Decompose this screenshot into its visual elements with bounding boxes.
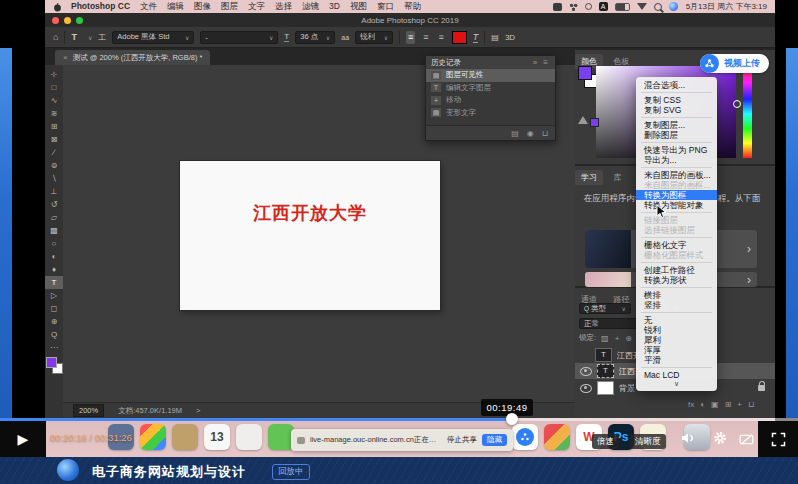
mac-menu-10[interactable]: 窗口: [377, 1, 394, 13]
layers-action-icon[interactable]: ▣: [711, 400, 719, 409]
zoom-level-field[interactable]: 200%: [73, 404, 104, 417]
mac-menu-2[interactable]: 编辑: [167, 1, 184, 13]
dock-app-plain[interactable]: [236, 424, 262, 450]
wifi-icon[interactable]: [637, 3, 647, 10]
dock-launchpad[interactable]: [140, 424, 166, 450]
font-family-select[interactable]: Adobe 黑体 Std∨: [112, 31, 194, 44]
layers-action-icon[interactable]: fx: [688, 400, 694, 409]
align-center-icon[interactable]: ≡: [421, 31, 430, 44]
mac-menu-9[interactable]: 视图: [350, 1, 367, 13]
blur-tool[interactable]: ○: [45, 237, 63, 250]
tab-close-icon[interactable]: ×: [63, 53, 68, 62]
context-menu-item[interactable]: 转换为图框: [636, 190, 717, 200]
zoom-window-button[interactable]: [76, 17, 83, 24]
brush-tool[interactable]: ∖: [45, 172, 63, 185]
tab-learn[interactable]: 学习: [575, 170, 603, 185]
align-right-icon[interactable]: ≡: [437, 31, 446, 44]
upload-overlay-button[interactable]: 视频上传: [700, 54, 769, 73]
dock-calendar[interactable]: 13: [204, 424, 230, 450]
lasso-tool[interactable]: ∿: [45, 94, 63, 107]
input-source-icon[interactable]: A: [599, 2, 608, 11]
layers-action-icon[interactable]: +: [737, 400, 742, 409]
context-menu-item[interactable]: 犀利: [636, 335, 717, 345]
dock-app-colorful[interactable]: [544, 424, 570, 450]
hue-slider[interactable]: [743, 66, 752, 158]
history-panel-footer[interactable]: ▤◉⊔: [426, 125, 555, 140]
foreground-color-swatch[interactable]: [578, 66, 592, 80]
gradient-tool[interactable]: ▩: [45, 224, 63, 237]
layer-filter-select[interactable]: Q 类型 ∨: [579, 303, 631, 314]
canvas-document[interactable]: 江西开放大学: [180, 161, 440, 310]
fullscreen-button[interactable]: [758, 421, 798, 457]
history-step[interactable]: ▤图层可见性: [426, 69, 555, 82]
visibility-eye-icon[interactable]: [580, 367, 592, 376]
font-style-select[interactable]: -∨: [200, 31, 278, 44]
window-icon[interactable]: [553, 3, 562, 11]
mac-menu-0[interactable]: Photoshop CC: [71, 1, 130, 13]
danmaku-toggle-icon[interactable]: [739, 432, 754, 450]
context-menu-item[interactable]: 快速导出为 PNG: [636, 145, 717, 155]
dodge-tool[interactable]: ◐: [45, 250, 63, 263]
pen-tool[interactable]: ♦: [45, 263, 63, 276]
crop-tool[interactable]: ⊞: [45, 120, 63, 133]
battery-icon[interactable]: [615, 3, 630, 11]
hand-tool[interactable]: ⊕: [45, 315, 63, 328]
lock-option-icons[interactable]: ▨+⊕: [601, 334, 632, 343]
mac-menu-11[interactable]: 帮助: [404, 1, 421, 13]
warp-text-icon[interactable]: T: [473, 32, 479, 43]
share-icon[interactable]: [569, 3, 578, 11]
dock-app-folder[interactable]: [172, 424, 198, 450]
mac-menu-6[interactable]: 选择: [275, 1, 292, 13]
visibility-off-slot[interactable]: [580, 352, 590, 359]
gamut-color-chip[interactable]: [590, 118, 599, 127]
volume-icon[interactable]: [680, 430, 696, 450]
toolbox-color-swatches[interactable]: [46, 357, 62, 373]
context-menu-item[interactable]: 转换为智能对象: [636, 200, 717, 210]
hide-button[interactable]: 隐藏: [482, 434, 507, 446]
foreground-color[interactable]: [46, 357, 57, 368]
layers-action-icon[interactable]: ⊔: [748, 400, 754, 409]
align-left-icon[interactable]: ≡: [406, 31, 415, 44]
context-menu-item[interactable]: 复制 SVG: [636, 105, 717, 115]
context-menu-item[interactable]: 浑厚: [636, 345, 717, 355]
mac-menu-8[interactable]: 3D: [329, 1, 340, 13]
context-menu-item[interactable]: 复制图层...: [636, 120, 717, 130]
snapshot-camera-icon[interactable]: ◉: [527, 129, 534, 138]
document-tab[interactable]: × 测试 @ 200% (江西开放大学, RGB/8) *: [55, 50, 210, 65]
context-menu-item[interactable]: 竖排: [636, 300, 717, 310]
history-step[interactable]: T编辑文字图层: [426, 82, 555, 95]
layers-action-icon[interactable]: ◐: [700, 400, 705, 409]
mac-menu-7[interactable]: 滤镜: [302, 1, 319, 13]
toggle-panels-icon[interactable]: ▤: [491, 33, 499, 42]
mac-menu-5[interactable]: 文字: [248, 1, 265, 13]
context-menu-item[interactable]: 无: [636, 315, 717, 325]
quality-button[interactable]: 清晰度: [630, 434, 666, 449]
zoom-tool[interactable]: Q: [45, 328, 63, 341]
context-menu-item[interactable]: Mac LCD: [636, 370, 717, 380]
3d-mode-button[interactable]: 3D: [505, 33, 515, 42]
context-menu-item[interactable]: 锐利: [636, 325, 717, 335]
stamp-tool[interactable]: ⊥: [45, 185, 63, 198]
layers-action-icon[interactable]: ⊞: [725, 400, 732, 409]
minimize-window-button[interactable]: [64, 17, 71, 24]
context-menu-item[interactable]: 平滑: [636, 355, 717, 365]
apple-menu-icon[interactable]: [53, 2, 62, 11]
context-menu-item[interactable]: 创建工作路径: [636, 265, 717, 275]
panel-collapse-icon[interactable]: » ≡: [533, 58, 550, 67]
mac-menu-3[interactable]: 图像: [194, 1, 211, 13]
context-menu-item[interactable]: 来自图层的画板...: [636, 170, 717, 180]
siri-icon[interactable]: [669, 2, 678, 11]
status-chevron-icon[interactable]: >: [196, 406, 200, 415]
new-doc-from-state-icon[interactable]: ▤: [511, 129, 519, 138]
gamut-warning-icon[interactable]: [578, 116, 588, 124]
mac-menu-4[interactable]: 图层: [221, 1, 238, 13]
text-color-swatch[interactable]: [452, 31, 467, 44]
color-picker-marker[interactable]: [733, 100, 741, 108]
type-tool-icon[interactable]: T: [71, 32, 77, 42]
move-tool[interactable]: ⊹: [45, 68, 63, 81]
play-button[interactable]: ▶: [0, 421, 46, 457]
home-icon[interactable]: ⌂: [53, 32, 58, 42]
frame-tool[interactable]: ⊠: [45, 133, 63, 146]
settings-gear-icon[interactable]: [712, 430, 728, 450]
mac-menu-1[interactable]: 文件: [140, 1, 157, 13]
